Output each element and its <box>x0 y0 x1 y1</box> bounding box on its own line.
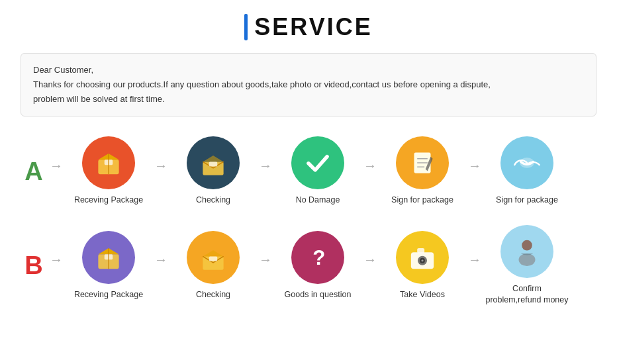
step-1-3: Take Videos <box>379 231 465 301</box>
svg-rect-18 <box>209 256 218 261</box>
step-0-3: Sign for package <box>379 136 465 206</box>
step-icon-box <box>82 136 135 189</box>
flow-arrow: → <box>50 158 63 185</box>
step-icon-question: ? <box>291 231 344 284</box>
step-icon-open-box <box>187 136 240 189</box>
step-label-0-2: No Damage <box>296 195 340 206</box>
flow-section: A→ Receving Package→ Checking→ No Damage… <box>21 136 596 306</box>
message-line3: problem will be solved at first time. <box>33 92 584 107</box>
step-1-1: Checking <box>170 231 256 301</box>
step-label-1-2: Goods in question <box>285 289 352 301</box>
svg-point-26 <box>519 253 536 266</box>
flow-arrow: → <box>154 252 167 279</box>
flow-arrow: → <box>363 252 377 279</box>
step-0-4: Sign for package <box>484 136 570 206</box>
step-icon-checkmark <box>291 136 344 189</box>
step-label-0-0: Receving Package <box>74 195 143 206</box>
step-icon-camera <box>396 231 449 284</box>
step-icon-open-box <box>187 231 240 284</box>
flow-arrow: → <box>468 252 481 279</box>
flow-arrow: → <box>154 158 167 185</box>
flow-arrow: → <box>259 252 272 279</box>
step-0-0: Receving Package <box>66 136 152 206</box>
step-label-0-4: Sign for package <box>496 195 558 206</box>
svg-rect-23 <box>417 248 424 253</box>
step-0-1: Checking <box>170 136 256 206</box>
svg-marker-5 <box>203 156 223 161</box>
step-icon-box <box>82 231 135 284</box>
step-1-4: Confirm problem,refund money <box>484 225 570 306</box>
step-label-0-1: Checking <box>196 195 230 206</box>
page-title-section: SERVICE <box>244 13 372 41</box>
svg-point-25 <box>522 240 532 251</box>
flow-arrow: → <box>468 158 481 185</box>
svg-marker-17 <box>203 250 223 256</box>
flow-arrow: → <box>259 158 272 185</box>
flow-arrow: → <box>363 158 377 185</box>
step-0-2: No Damage <box>275 136 361 206</box>
message-line1: Dear Customer, <box>33 63 584 77</box>
title-accent-bar <box>244 14 248 40</box>
step-label-1-1: Checking <box>196 289 230 301</box>
step-1-2: ? Goods in question <box>275 231 361 301</box>
step-icon-sign <box>396 136 449 189</box>
step-1-0: Receving Package <box>66 231 152 301</box>
message-line2: Thanks for choosing our products.If any … <box>33 77 584 92</box>
step-label-1-3: Take Videos <box>400 289 445 301</box>
svg-point-24 <box>421 259 423 261</box>
svg-rect-6 <box>209 162 218 167</box>
page-title: SERVICE <box>254 13 372 41</box>
flow-label-a: A <box>21 158 47 186</box>
step-label-0-3: Sign for package <box>391 195 453 206</box>
customer-message-box: Dear Customer, Thanks for choosing our p… <box>21 53 596 116</box>
flow-label-b: B <box>21 251 47 280</box>
step-icon-person <box>500 225 553 278</box>
svg-text:?: ? <box>312 246 325 269</box>
flow-row-b: B→ Receving Package→ Checking→ ? Goods i… <box>21 225 596 306</box>
step-label-1-0: Receving Package <box>74 289 143 301</box>
flow-arrow: → <box>50 252 63 279</box>
step-icon-handshake <box>500 136 553 189</box>
flow-row-a: A→ Receving Package→ Checking→ No Damage… <box>21 136 596 206</box>
step-label-1-4: Confirm problem,refund money <box>484 283 570 306</box>
